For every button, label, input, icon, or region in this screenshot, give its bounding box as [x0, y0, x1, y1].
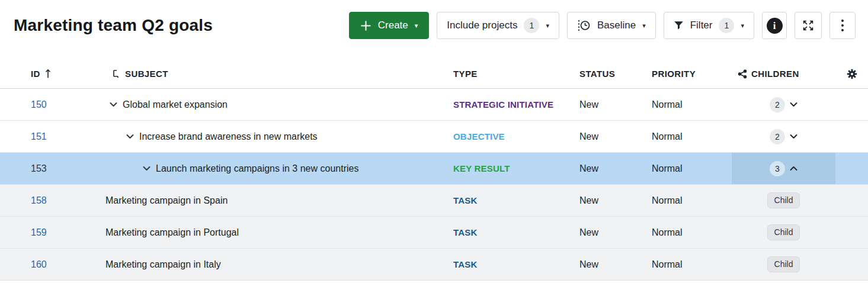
- priority-label: Normal: [652, 163, 683, 174]
- work-package-id-link[interactable]: 150: [31, 99, 47, 110]
- chevron-up-icon: [790, 166, 797, 171]
- column-header-status-label: STATUS: [579, 69, 615, 79]
- work-package-id-link[interactable]: 153: [31, 163, 47, 174]
- chevron-down-icon: [790, 134, 797, 139]
- more-options-button[interactable]: [829, 12, 856, 39]
- work-package-id-link[interactable]: 158: [31, 195, 47, 206]
- baseline-clock-icon: [577, 20, 591, 31]
- page-title: Marketing team Q2 goals: [14, 16, 349, 35]
- hierarchy-icon: [112, 69, 120, 78]
- column-header-children[interactable]: CHILDREN: [732, 59, 835, 88]
- work-package-id-link[interactable]: 151: [31, 131, 47, 142]
- filter-button[interactable]: Filter 1 ▾: [664, 12, 754, 39]
- column-header-priority-label: PRIORITY: [652, 69, 696, 79]
- fullscreen-expand-icon: [802, 20, 814, 31]
- column-header-children-label: CHILDREN: [751, 69, 799, 79]
- include-projects-count-badge: 1: [524, 18, 539, 33]
- chevron-down-icon: ▾: [546, 22, 549, 29]
- kebab-menu-icon: [841, 20, 844, 31]
- subject-text: Marketing campaign in Portugal: [105, 227, 239, 238]
- status-label: New: [579, 227, 598, 238]
- chevron-down-icon: [790, 102, 797, 107]
- collapse-chevron-down-icon[interactable]: [126, 134, 134, 139]
- column-header-type-label: TYPE: [453, 69, 478, 79]
- work-package-id-link[interactable]: 160: [31, 259, 47, 270]
- collapse-chevron-down-icon[interactable]: [143, 166, 150, 171]
- table-row[interactable]: 151 Increase brand awareness in new mark…: [0, 121, 868, 153]
- subject-text: Marketing campaign in Spain: [105, 195, 228, 206]
- type-label: TASK: [453, 259, 478, 269]
- type-label: STRATEGIC INITIATIVE: [453, 99, 553, 110]
- subject-text: Global market expansion: [123, 99, 228, 110]
- children-toggle[interactable]: 2: [732, 89, 835, 120]
- subject-text: Increase brand awareness in new markets: [139, 131, 318, 142]
- table-settings-button[interactable]: [835, 59, 868, 88]
- filter-count-badge: 1: [719, 18, 734, 33]
- chevron-down-icon: ▾: [741, 22, 744, 29]
- gear-icon: [847, 69, 857, 79]
- chevron-down-icon: ▾: [415, 22, 418, 29]
- info-button[interactable]: i: [762, 12, 787, 39]
- include-projects-button[interactable]: Include projects 1 ▾: [437, 12, 559, 39]
- chevron-down-icon: ▾: [642, 22, 646, 29]
- column-header-priority[interactable]: PRIORITY: [646, 59, 732, 88]
- children-count-badge: 3: [770, 161, 785, 176]
- child-badge: Child: [767, 224, 800, 240]
- column-header-status[interactable]: STATUS: [572, 59, 646, 88]
- priority-label: Normal: [652, 259, 683, 270]
- status-label: New: [579, 99, 598, 110]
- status-label: New: [579, 195, 598, 206]
- table-row-selected[interactable]: 153 Launch marketing campaigns in 3 new …: [0, 153, 868, 185]
- type-label: OBJECTIVE: [453, 131, 505, 142]
- plus-icon: [360, 20, 371, 31]
- type-label: TASK: [453, 227, 478, 237]
- fullscreen-button[interactable]: [795, 12, 822, 39]
- column-header-type[interactable]: TYPE: [438, 59, 572, 88]
- work-package-id-link[interactable]: 159: [31, 227, 47, 238]
- priority-label: Normal: [652, 195, 683, 206]
- status-label: New: [579, 259, 598, 270]
- children-count-badge: 2: [770, 97, 785, 112]
- column-header-subject[interactable]: SUBJECT: [95, 59, 438, 88]
- table-row-child[interactable]: 158 Marketing campaign in Spain TASK New…: [0, 185, 868, 217]
- table-row-child[interactable]: 159 Marketing campaign in Portugal TASK …: [0, 217, 868, 249]
- info-icon: i: [767, 18, 783, 34]
- relations-icon: [738, 69, 747, 79]
- children-count-badge: 2: [770, 129, 785, 144]
- child-badge: Child: [767, 256, 800, 272]
- table-row[interactable]: 150 Global market expansion STRATEGIC IN…: [0, 89, 868, 121]
- collapse-chevron-down-icon[interactable]: [110, 102, 117, 107]
- create-button[interactable]: Create ▾: [349, 12, 430, 39]
- toolbar: Create ▾ Include projects 1 ▾ Baseline ▾: [349, 12, 856, 39]
- type-label: TASK: [453, 195, 478, 205]
- status-label: New: [579, 163, 598, 174]
- child-badge: Child: [767, 192, 800, 208]
- baseline-label: Baseline: [597, 20, 636, 31]
- type-label: KEY RESULT: [453, 163, 510, 173]
- create-button-label: Create: [378, 20, 408, 31]
- table-header-row: ID SUBJECT TYPE STATUS PRIORITY CHILDR: [0, 59, 868, 89]
- work-package-table: ID SUBJECT TYPE STATUS PRIORITY CHILDR: [0, 59, 868, 281]
- children-toggle[interactable]: 2: [732, 121, 835, 152]
- filter-label: Filter: [690, 20, 713, 31]
- include-projects-label: Include projects: [447, 20, 517, 31]
- sort-ascending-icon: [45, 69, 51, 79]
- status-label: New: [579, 131, 598, 142]
- priority-label: Normal: [652, 227, 683, 238]
- children-toggle-expanded[interactable]: 3: [732, 153, 835, 184]
- filter-funnel-icon: [674, 21, 684, 30]
- column-header-subject-label: SUBJECT: [125, 69, 168, 79]
- header-bar: Marketing team Q2 goals Create ▾ Include…: [0, 0, 868, 39]
- priority-label: Normal: [652, 99, 683, 110]
- subject-text: Launch marketing campaigns in 3 new coun…: [156, 163, 358, 174]
- baseline-button[interactable]: Baseline ▾: [567, 12, 656, 39]
- subject-text: Marketing campaign in Italy: [105, 259, 221, 270]
- column-header-id[interactable]: ID: [0, 59, 95, 88]
- table-row-child[interactable]: 160 Marketing campaign in Italy TASK New…: [0, 249, 868, 281]
- column-header-id-label: ID: [31, 69, 40, 79]
- priority-label: Normal: [652, 131, 683, 142]
